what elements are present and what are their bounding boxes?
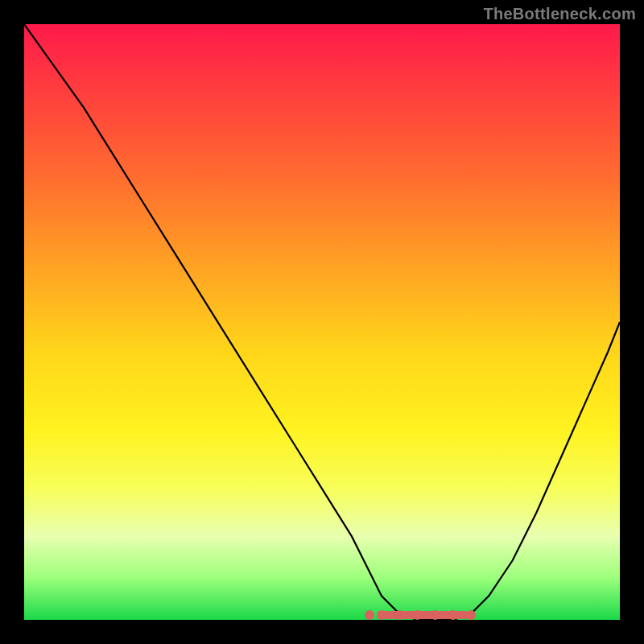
- watermark-text: TheBottleneck.com: [483, 5, 636, 23]
- flat-region-markers: [365, 610, 476, 620]
- svg-point-2: [377, 610, 386, 620]
- svg-point-4: [412, 610, 422, 620]
- chart-stage: TheBottleneck.com: [0, 0, 644, 644]
- svg-point-6: [448, 610, 458, 620]
- bottleneck-curve-path: [24, 24, 620, 620]
- plot-area: [24, 24, 620, 620]
- svg-point-1: [365, 610, 374, 620]
- curve-svg: [24, 24, 620, 620]
- svg-point-3: [394, 610, 404, 620]
- svg-point-5: [431, 610, 440, 620]
- svg-point-7: [466, 610, 476, 620]
